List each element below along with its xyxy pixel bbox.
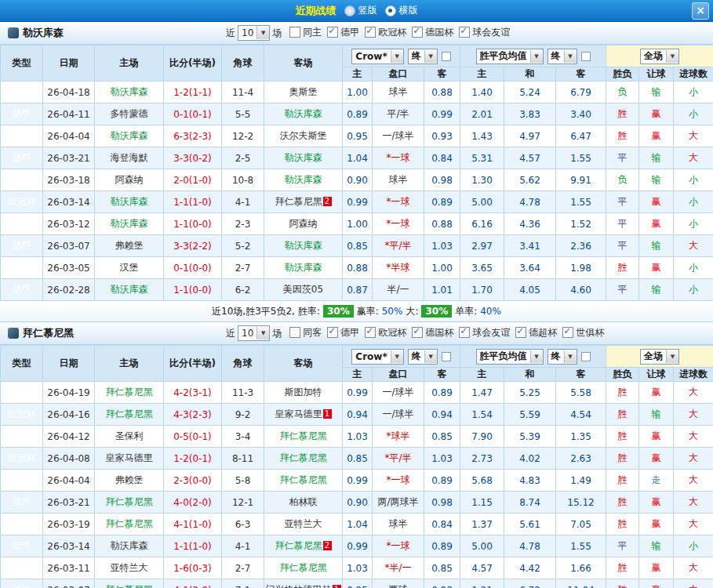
handicap-line: 球半 — [373, 82, 424, 103]
select-value: 全场 — [641, 49, 666, 63]
filter-checkbox[interactable]: 世俱杯 — [562, 326, 604, 339]
odds-final-checkbox[interactable] — [442, 352, 451, 361]
away-team-link[interactable]: 沃尔夫斯堡 — [280, 130, 327, 141]
handicap-line: *平/半 — [373, 448, 424, 470]
away-team-link[interactable]: 柏林联 — [289, 496, 318, 507]
odds-final-checkbox[interactable] — [442, 52, 451, 61]
avg-final-checkbox[interactable] — [581, 52, 591, 61]
home-team-link[interactable]: 弗赖堡 — [115, 240, 144, 251]
league-badge: 欧冠杯 — [1, 557, 43, 579]
home-team-link[interactable]: 勒沃库森 — [111, 86, 148, 97]
match-count-select[interactable]: 10 ▼ — [238, 25, 270, 41]
away-team-link[interactable]: 勒沃库森 — [285, 240, 322, 251]
home-team-link[interactable]: 拜仁慕尼黑 — [106, 584, 153, 588]
corner-score: 2-7 — [222, 557, 264, 579]
close-button[interactable]: × — [692, 2, 709, 20]
layout-radio-horizontal[interactable]: 横版 — [385, 4, 418, 17]
home-team-link[interactable]: 拜仁慕尼黑 — [106, 408, 153, 419]
avg-final-checkbox[interactable] — [581, 352, 591, 361]
away-team-link[interactable]: 亚特兰大 — [285, 518, 322, 529]
bookmaker-select[interactable]: Crow* ▼ — [351, 349, 403, 365]
section-header: 拜仁慕尼黑 近 10 ▼ 场 同客德甲欧冠杯德国杯球会友谊德超杯世俱杯 — [0, 322, 713, 345]
avg-final-select[interactable]: 终 ▼ — [547, 49, 577, 64]
home-team-link[interactable]: 拜仁慕尼黑 — [106, 518, 153, 529]
home-team-link[interactable]: 多特蒙德 — [111, 108, 148, 119]
match-row: 德甲26-04-04弗赖堡2-3(0-0)5-8拜仁慕尼黑0.99*一球0.89… — [1, 470, 713, 492]
home-team-link[interactable]: 拜仁慕尼黑 — [106, 496, 153, 507]
filter-checkbox[interactable]: 球会友谊 — [459, 326, 510, 339]
filter-checkbox[interactable]: 欧冠杯 — [365, 326, 406, 339]
away-team-link[interactable]: 拜仁慕尼黑 — [275, 196, 322, 207]
odds-away-water: 0.84 — [424, 147, 460, 169]
away-team-link[interactable]: 门兴格拉德巴赫 — [266, 584, 332, 588]
home-team-link[interactable]: 阿森纳 — [115, 174, 144, 185]
corner-score: 5-8 — [222, 470, 264, 492]
avg-final-select[interactable]: 终 ▼ — [547, 349, 577, 365]
section-header: 勒沃库森 近 10 ▼ 场 同主德甲欧冠杯德国杯球会友谊 — [0, 22, 713, 45]
home-team-link[interactable]: 亚特兰大 — [111, 562, 148, 573]
home-team-link[interactable]: 海登海默 — [111, 152, 148, 163]
away-team-link[interactable]: 勒沃库森 — [285, 108, 322, 119]
away-team-link[interactable]: 阿森纳 — [289, 218, 318, 229]
away-team-link[interactable]: 拜仁慕尼黑 — [280, 562, 327, 573]
odds-away-water: 0.99 — [424, 103, 460, 125]
radio-label: 横版 — [399, 4, 418, 17]
matches-tbody: 德甲26-04-18勒沃库森1-2(1-1)11-4奥斯堡1.00球半0.881… — [1, 82, 713, 301]
subcol-odds-home: 主 — [343, 67, 373, 82]
select-value: 终 — [409, 49, 424, 63]
away-team-link[interactable]: 勒沃库森 — [285, 262, 322, 273]
away-team-link[interactable]: 拜仁慕尼黑 — [280, 474, 327, 485]
away-team-link[interactable]: 美因茨05 — [283, 284, 323, 295]
home-team-link[interactable]: 汉堡 — [120, 262, 139, 273]
filter-checkbox[interactable]: 德甲 — [327, 26, 359, 39]
avg-home-odds: 1.21 — [460, 579, 504, 588]
filter-checkbox[interactable]: 德超杯 — [515, 326, 557, 339]
layout-radio-vertical[interactable]: 竖版 — [344, 4, 377, 17]
result-outcome: 平 — [606, 279, 639, 301]
avg-select[interactable]: 胜平负均值 ▼ — [476, 49, 544, 64]
home-team-link[interactable]: 皇家马德里 — [106, 452, 153, 463]
home-team-link[interactable]: 勒沃库森 — [111, 284, 148, 295]
home-team-link[interactable]: 弗赖堡 — [115, 474, 144, 485]
result-outcome: 平 — [606, 191, 639, 213]
home-team-link-cell: 勒沃库森 — [95, 82, 164, 103]
result-handicap: 走 — [639, 470, 674, 492]
away-team-link[interactable]: 皇家马德里 — [275, 408, 322, 419]
away-team-link[interactable]: 拜仁慕尼黑 — [280, 452, 327, 463]
away-team-link[interactable]: 拜仁慕尼黑 — [280, 430, 327, 441]
away-team-link[interactable]: 勒沃库森 — [285, 152, 322, 163]
odds-final-select[interactable]: 终 ▼ — [408, 49, 438, 64]
select-value: 终 — [548, 350, 564, 363]
away-team-link[interactable]: 斯图加特 — [285, 387, 322, 397]
away-team-link[interactable]: 拜仁慕尼黑 — [275, 540, 322, 551]
avg-home-odds: 1.40 — [460, 82, 504, 103]
home-team-link[interactable]: 勒沃库森 — [111, 196, 148, 207]
match-score: 4-1(1-0) — [164, 514, 222, 535]
checkbox-label: 德甲 — [340, 26, 359, 39]
filter-checkbox[interactable]: 球会友谊 — [459, 26, 510, 39]
corner-score: 12-2 — [222, 125, 264, 147]
home-team-link[interactable]: 拜仁慕尼黑 — [106, 387, 153, 397]
home-team-link[interactable]: 勒沃库森 — [111, 218, 148, 229]
filter-checkbox[interactable]: 同主 — [289, 26, 322, 39]
home-team-link[interactable]: 勒沃库森 — [111, 130, 148, 141]
result-outcome: 胜 — [606, 382, 639, 404]
odds-final-select[interactable]: 终 ▼ — [408, 349, 438, 365]
filter-checkbox[interactable]: 同客 — [289, 326, 322, 339]
home-team-link[interactable]: 勒沃库森 — [111, 540, 148, 551]
bookmaker-select[interactable]: Crow* ▼ — [351, 49, 403, 64]
match-date: 26-03-07 — [43, 579, 95, 588]
away-team-link[interactable]: 奥斯堡 — [289, 86, 318, 97]
checkbox-label: 欧冠杯 — [378, 26, 406, 39]
filter-checkbox[interactable]: 德国杯 — [412, 26, 453, 39]
red-card-badge: 2 — [323, 197, 332, 206]
home-team-link[interactable]: 圣保利 — [115, 430, 144, 441]
avg-select[interactable]: 胜平负均值 ▼ — [476, 349, 544, 365]
scope-select[interactable]: 全场 ▼ — [640, 349, 679, 365]
scope-select[interactable]: 全场 ▼ — [640, 49, 679, 64]
filter-checkbox[interactable]: 德国杯 — [412, 326, 453, 339]
away-team-link[interactable]: 勒沃库森 — [285, 174, 322, 185]
filter-checkbox[interactable]: 欧冠杯 — [365, 26, 406, 39]
filter-checkbox[interactable]: 德甲 — [327, 326, 359, 339]
match-count-select[interactable]: 10 ▼ — [238, 325, 270, 341]
